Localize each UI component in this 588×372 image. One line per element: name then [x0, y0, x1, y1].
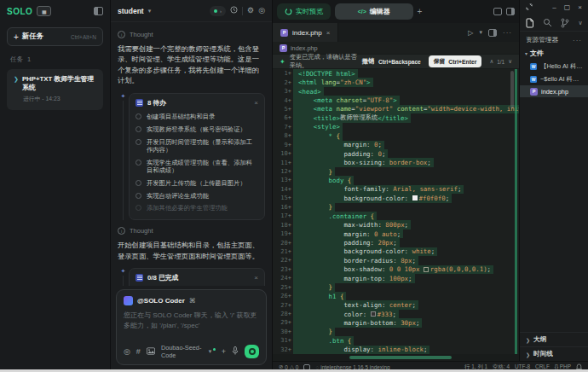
minimize-icon[interactable]: –	[552, 3, 556, 11]
run-file-icon[interactable]: ▷	[468, 29, 473, 37]
code-line[interactable]: 21+ background-color: white;	[273, 247, 519, 256]
restore-down-icon[interactable]	[526, 3, 533, 12]
code-line[interactable]: 15+ background-color: #f0f0f0;	[273, 194, 519, 202]
files-section-header[interactable]: ▾ 文件	[520, 47, 588, 60]
status-item[interactable]: {} PHP	[555, 363, 571, 369]
vertical-scrollbar[interactable]	[510, 71, 514, 108]
context-hash-icon[interactable]: #	[136, 348, 141, 356]
files-icon[interactable]	[525, 18, 534, 28]
skills-icon[interactable]: ◎	[124, 348, 130, 356]
new-task-button[interactable]: + 新任务 Ctrl+Alt+N	[7, 27, 103, 46]
code-line[interactable]: 20+ padding: 20px;	[273, 238, 519, 247]
code-line[interactable]: 4+ <meta charset="UTF-8">	[273, 96, 519, 104]
todo-item[interactable]: 添加其他必要的学生管理功能	[135, 202, 258, 215]
code-area[interactable]: 1+<!DOCTYPE html>2+<html lang="zh-CN">3+…	[273, 69, 519, 354]
horizontal-scrollbar[interactable]	[273, 354, 519, 361]
task-item[interactable]: ❯ PHP+TXT 教师学生管理系统 进行中 - 14:23	[7, 69, 103, 110]
close-icon[interactable]: ×	[254, 274, 258, 282]
code-line[interactable]: 28+ color: #333;	[273, 310, 519, 318]
stop-send-button[interactable]	[245, 345, 259, 358]
code-line[interactable]: 25+ }	[273, 283, 519, 292]
file-tab-indexphp[interactable]: P index.php ×	[273, 23, 338, 42]
checkbox-circle-icon[interactable]	[135, 193, 141, 199]
checkbox-circle-icon[interactable]	[135, 205, 141, 211]
code-line[interactable]: 14+ font-family: Arial, sans-serif;	[273, 185, 519, 194]
file-item[interactable]: Pindex.php	[520, 85, 588, 97]
code-line[interactable]: 24+ margin-top: 100px;	[273, 274, 519, 282]
undo-button[interactable]: 撤销	[362, 57, 374, 66]
todo-item[interactable]: 实现自动评论生成功能	[135, 189, 258, 202]
model-selector[interactable]: Doubao-Seed-Code ▾	[161, 344, 216, 359]
chat-messages[interactable]: i Thought 我需要创建一个完整的教师管理系统，包含登录、时间管理、学生成…	[111, 22, 272, 286]
toggle-sidebar-icon[interactable]	[94, 7, 103, 15]
more-options-icon[interactable]: ◎	[258, 7, 265, 15]
code-line[interactable]: 31+ .btn {	[273, 336, 519, 345]
status-item[interactable]: UTF-8	[515, 363, 530, 369]
todo-item[interactable]: 开发图片上传功能（上传题目图片）	[135, 177, 258, 189]
todo-item[interactable]: 开发日历时间管理功能（显示和添加工作内容）	[135, 136, 258, 156]
todo-item[interactable]: 创建项目基础结构和目录	[135, 111, 258, 124]
status-item[interactable]: 空格: 4	[493, 363, 510, 369]
code-line[interactable]: 8+ * {	[273, 131, 519, 140]
maximize-icon[interactable]: ▢	[564, 3, 571, 11]
tab-live-preview[interactable]: 实时预览	[277, 3, 331, 20]
code-line[interactable]: 17+ .container {	[273, 212, 519, 220]
code-line[interactable]: 9+ margin: 0;	[273, 141, 519, 149]
agent-name[interactable]: student	[118, 7, 144, 15]
checkbox-circle-icon[interactable]	[135, 126, 141, 132]
mention-chip[interactable]: @SOLO Coder ⌘	[124, 296, 259, 305]
code-line[interactable]: 18+ max-width: 800px;	[273, 220, 519, 229]
status-pill[interactable]: ›	[210, 6, 226, 16]
checkbox-circle-icon[interactable]	[135, 160, 141, 166]
code-line[interactable]: 13+ body {	[273, 176, 519, 184]
layout-split-icon[interactable]	[506, 8, 515, 15]
next-change-icon[interactable]: ∨	[508, 58, 512, 65]
code-line[interactable]: 3+<head>	[273, 87, 519, 96]
prev-change-icon[interactable]: ∧	[489, 58, 493, 65]
code-line[interactable]: 32+ display: inline-block;	[273, 346, 519, 354]
chat-input-box[interactable]: @SOLO Coder ⌘ 您正在与 SOLO Coder 聊天，输入 '/' …	[116, 289, 267, 365]
code-line[interactable]: 5+ <meta name="viewport" content="width=…	[273, 105, 519, 113]
code-line[interactable]: 2+<html lang="zh-CN">	[273, 78, 519, 86]
chevron-down-icon[interactable]: ▾	[148, 8, 152, 15]
run-options-icon[interactable]: ▾	[479, 29, 482, 36]
code-line[interactable]: 16+ }	[273, 203, 519, 212]
code-line[interactable]: 30+ }	[273, 328, 519, 336]
status-item[interactable]: 行 1, 列 1	[464, 363, 487, 369]
close-tab-icon[interactable]: ×	[326, 29, 331, 37]
search-icon[interactable]	[543, 18, 552, 27]
editor-more-icon[interactable]: ···	[503, 29, 512, 37]
split-editor-icon[interactable]	[488, 29, 497, 37]
code-line[interactable]: 7+ <style>	[273, 123, 519, 131]
file-item[interactable]: W【Hello AI 科技致善...	[520, 60, 588, 73]
timeline-section[interactable]: ❯ 时间线	[520, 346, 588, 361]
code-line[interactable]: 19+ margin: 0 auto;	[273, 230, 519, 238]
add-icon[interactable]: +	[222, 348, 226, 356]
code-line[interactable]: 27+ text-align: center;	[273, 300, 519, 309]
history-icon[interactable]	[230, 6, 238, 15]
settings-gear-icon[interactable]: ⚙	[247, 7, 254, 15]
keep-button[interactable]: 保留Ctrl+Enter	[429, 55, 482, 67]
explorer-more-icon[interactable]: ···	[573, 37, 582, 44]
more-views-icon[interactable]: ∨	[578, 20, 582, 26]
new-tab-icon[interactable]: +	[418, 7, 423, 16]
code-line[interactable]: 10+ padding: 0;	[273, 149, 519, 158]
outline-section[interactable]: ❯ 大纲	[520, 332, 588, 346]
breadcrumb[interactable]: P index.php	[273, 42, 519, 54]
code-line[interactable]: 22+ border-radius: 8px;	[273, 256, 519, 264]
layout-panel-icon[interactable]	[493, 8, 502, 15]
git-branch-icon[interactable]	[561, 18, 569, 28]
status-item[interactable]: CRLF	[535, 363, 550, 369]
microphone-icon[interactable]	[232, 346, 239, 357]
checkbox-circle-icon[interactable]	[135, 113, 141, 119]
code-line[interactable]: 6+ <title>教师管理系统</title>	[273, 113, 519, 122]
checkbox-circle-icon[interactable]	[135, 139, 141, 145]
close-window-icon[interactable]: ×	[578, 3, 582, 11]
input-placeholder[interactable]: 您正在与 SOLO Coder 聊天，输入 '/' 获取更多能力，如 '/pla…	[124, 311, 259, 339]
close-icon[interactable]: ×	[254, 99, 258, 107]
todo-item[interactable]: 实现学生成绩管理功能（查看、添加科目和成绩）	[135, 156, 258, 177]
code-line[interactable]: 11+ box-sizing: border-box;	[273, 158, 519, 166]
image-upload-icon[interactable]	[147, 347, 155, 357]
file-item[interactable]: W~$ello AI 科技致善】...	[520, 73, 588, 85]
code-line[interactable]: 1+<!DOCTYPE html>	[273, 69, 519, 78]
